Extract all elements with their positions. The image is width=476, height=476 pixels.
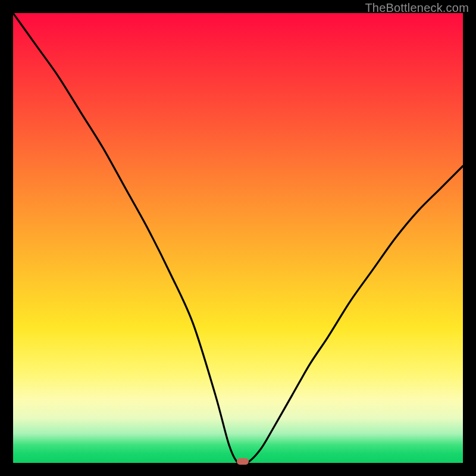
optimal-point-marker <box>237 458 249 465</box>
bottleneck-curve <box>13 13 463 463</box>
plot-area <box>13 13 463 463</box>
chart-frame: TheBottleneck.com <box>0 0 476 476</box>
